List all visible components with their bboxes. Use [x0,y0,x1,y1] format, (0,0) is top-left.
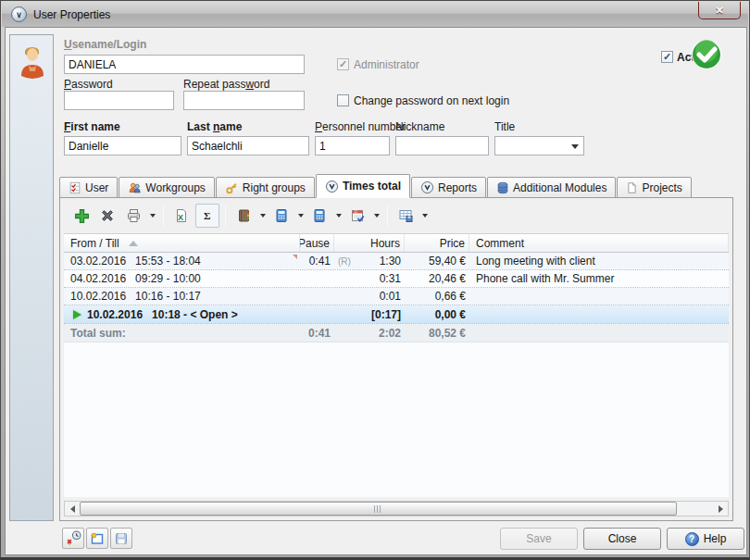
export-excel-button[interactable]: X [169,204,194,228]
tab-right-groups[interactable]: Right groups [216,177,315,198]
calculator-day-dropdown[interactable] [295,204,306,228]
nickname-label: Nickname [395,120,444,133]
password-input[interactable] [64,91,174,110]
calculator-total-button[interactable] [307,204,331,228]
tab-times-total[interactable]: Times total [316,174,410,198]
app-clock-icon: ∨ [11,6,27,22]
user-properties-window: ∨ User Properties ✕ Usename/Login Admini… [0,0,750,560]
times-table: From / Till Pause Hours Price Comment 03… [64,233,729,497]
sum-icon: Σ [201,209,214,222]
user-avatar-icon [17,44,48,82]
table-row[interactable]: 10.02.2016 10:16 - 10:17 0:01 0,66 € [64,288,729,305]
repeat-password-input[interactable] [183,91,305,110]
table-row[interactable]: 04.02.2016 09:29 - 10:00 0:31 20,46 € Ph… [64,270,729,288]
administrator-checkbox [337,58,349,70]
arrow-left-icon [70,505,75,513]
titlebar[interactable]: ∨ User Properties ✕ [2,2,748,27]
table-row-open-running[interactable]: 10.02.2016 10:18 - < Open > [0:17] 0,00 … [64,305,729,324]
calculator-icon [274,208,289,223]
table-save-dropdown[interactable] [419,204,430,228]
key-icon [225,181,239,194]
note-window-icon [90,531,105,546]
save-button[interactable]: Save [500,528,578,550]
key-clock-icon [66,530,81,546]
help-icon: ? [685,532,699,546]
password-label: Password [64,78,113,91]
active-checkbox[interactable] [661,51,673,63]
svg-text:Σ: Σ [204,210,210,221]
save-small-button[interactable] [110,528,132,549]
calendar-check-button[interactable]: 12 [345,204,369,228]
table-save-icon [398,208,414,223]
toolbar-separator [387,205,388,226]
database-icon [496,181,509,194]
address-book-icon [236,208,252,223]
help-button[interactable]: ? Help [667,528,744,550]
nickname-input[interactable] [395,136,489,156]
calculator-total-dropdown[interactable] [333,204,344,228]
print-button[interactable] [121,204,145,228]
scroll-left-arrow[interactable] [65,502,80,516]
sort-asc-icon [129,241,138,246]
calculator-day-button[interactable] [269,204,294,228]
clock-icon [325,180,339,193]
add-time-button[interactable] [69,204,94,228]
column-header-comment[interactable]: Comment [469,234,729,252]
column-header-from-till[interactable]: From / Till [64,234,300,252]
close-button[interactable]: Close [583,528,661,550]
scroll-right-arrow[interactable] [713,502,728,516]
add-icon [74,208,90,224]
column-header-price[interactable]: Price [405,234,469,252]
toolbar-separator [163,205,164,226]
floppy-save-icon [114,531,129,546]
first-name-input[interactable] [64,136,181,156]
username-input[interactable] [64,55,305,74]
tab-workgroups[interactable]: Workgroups [119,177,214,198]
administrator-label: Administrator [354,58,419,71]
print-dropdown[interactable] [147,204,157,228]
print-icon [126,208,142,223]
sum-button[interactable]: Σ [195,204,219,228]
tab-user[interactable]: User [59,177,118,198]
running-play-icon [73,310,81,319]
repeat-password-label: Repeat password [183,78,269,91]
table-total-row: Total sum: 0:41 2:02 80,52 € [64,324,729,342]
column-header-pause[interactable]: Pause [300,234,334,252]
calendar-check-icon: 12 [350,208,366,223]
user-times-tool-button[interactable] [62,528,84,549]
new-note-window-button[interactable] [86,528,108,549]
svg-text:12: 12 [354,210,357,214]
column-header-hours[interactable]: Hours [334,234,405,252]
note-marker-icon [293,255,297,259]
personnel-number-label: Personnel number [315,120,406,133]
workgroups-icon [128,181,142,194]
table-save-button[interactable] [394,204,418,228]
tab-additional-modules[interactable]: Additional Modules [487,177,616,198]
address-book-button[interactable] [231,204,256,228]
clock-icon [420,180,434,194]
calculator-icon [312,208,327,223]
last-name-input[interactable] [187,136,309,156]
scrollbar-grip-icon [374,505,382,513]
rounding-marker: (R) [338,256,351,267]
table-header-row[interactable]: From / Till Pause Hours Price Comment [64,234,729,253]
delete-time-button[interactable] [95,204,119,228]
tab-reports[interactable]: Reports [411,177,486,198]
avatar-panel [9,34,54,521]
title-label: Title [494,120,515,133]
personnel-number-input[interactable] [315,136,390,156]
change-password-checkbox[interactable] [337,94,349,106]
document-icon [626,181,638,194]
close-window-button[interactable]: ✕ [698,2,741,19]
table-row[interactable]: 03.02.2016 15:53 - 18:04 0:41 (R)1:30 59… [64,253,729,270]
calendar-check-dropdown[interactable] [371,204,381,228]
last-name-label: Last name [187,120,242,133]
chevron-down-icon [571,144,579,149]
tab-projects[interactable]: Projects [617,177,691,198]
window-title: User Properties [33,8,110,21]
horizontal-scrollbar[interactable] [64,501,729,516]
times-total-panel: X Σ 12 [59,197,733,521]
scrollbar-thumb[interactable] [80,502,677,516]
title-select[interactable] [494,136,584,156]
address-book-dropdown[interactable] [257,204,268,228]
